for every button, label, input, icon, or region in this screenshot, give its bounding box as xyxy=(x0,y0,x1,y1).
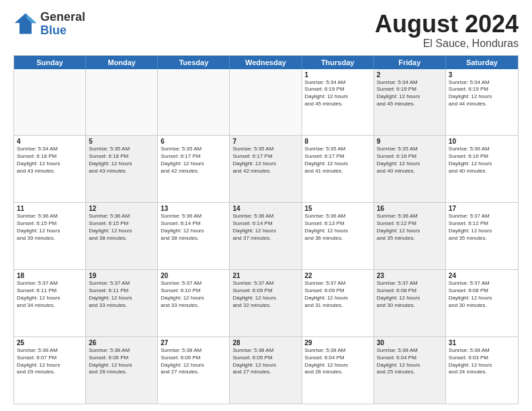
day-number: 26 xyxy=(89,339,154,347)
logo-icon xyxy=(13,12,38,36)
day-info: Sunrise: 5:37 AM Sunset: 6:11 PM Dayligh… xyxy=(89,280,154,309)
header-day-thursday: Thursday xyxy=(302,56,374,69)
day-info: Sunrise: 5:35 AM Sunset: 6:18 PM Dayligh… xyxy=(89,146,154,175)
calendar-body: 1Sunrise: 5:34 AM Sunset: 6:19 PM Daylig… xyxy=(14,69,518,404)
day-number: 6 xyxy=(161,138,226,145)
day-info: Sunrise: 5:37 AM Sunset: 6:12 PM Dayligh… xyxy=(449,213,515,242)
day-cell-20: 20Sunrise: 5:37 AM Sunset: 6:10 PM Dayli… xyxy=(158,270,230,336)
day-number: 30 xyxy=(377,339,443,347)
day-cell-23: 23Sunrise: 5:37 AM Sunset: 6:08 PM Dayli… xyxy=(374,270,446,336)
title-month: August 2024 xyxy=(375,11,519,38)
day-number: 2 xyxy=(377,71,443,79)
day-number: 8 xyxy=(305,138,371,145)
day-cell-22: 22Sunrise: 5:37 AM Sunset: 6:09 PM Dayli… xyxy=(302,270,374,336)
day-cell-2: 2Sunrise: 5:34 AM Sunset: 6:19 PM Daylig… xyxy=(374,69,446,136)
day-cell-8: 8Sunrise: 5:35 AM Sunset: 6:17 PM Daylig… xyxy=(302,136,374,202)
day-cell-29: 29Sunrise: 5:38 AM Sunset: 6:04 PM Dayli… xyxy=(302,337,374,404)
day-info: Sunrise: 5:34 AM Sunset: 6:18 PM Dayligh… xyxy=(17,146,83,175)
day-cell-5: 5Sunrise: 5:35 AM Sunset: 6:18 PM Daylig… xyxy=(86,136,158,202)
day-info: Sunrise: 5:36 AM Sunset: 6:13 PM Dayligh… xyxy=(305,213,371,242)
day-cell-9: 9Sunrise: 5:35 AM Sunset: 6:16 PM Daylig… xyxy=(374,136,446,202)
logo-general-text: General xyxy=(40,11,85,24)
day-info: Sunrise: 5:35 AM Sunset: 6:16 PM Dayligh… xyxy=(377,146,443,175)
day-number: 17 xyxy=(449,205,515,212)
day-number: 12 xyxy=(89,205,154,212)
empty-cell-0-1 xyxy=(86,69,158,136)
day-cell-17: 17Sunrise: 5:37 AM Sunset: 6:12 PM Dayli… xyxy=(446,203,518,269)
calendar-row-1: 4Sunrise: 5:34 AM Sunset: 6:18 PM Daylig… xyxy=(14,136,518,203)
title-location: El Sauce, Honduras xyxy=(375,38,519,50)
empty-cell-0-3 xyxy=(230,69,302,136)
day-info: Sunrise: 5:37 AM Sunset: 6:11 PM Dayligh… xyxy=(17,280,83,309)
title-block: August 2024 El Sauce, Honduras xyxy=(375,11,519,50)
day-info: Sunrise: 5:38 AM Sunset: 6:06 PM Dayligh… xyxy=(89,347,154,376)
day-number: 23 xyxy=(377,272,443,279)
calendar-row-4: 25Sunrise: 5:38 AM Sunset: 6:07 PM Dayli… xyxy=(14,337,518,404)
day-number: 15 xyxy=(305,205,371,212)
day-cell-19: 19Sunrise: 5:37 AM Sunset: 6:11 PM Dayli… xyxy=(86,270,158,336)
day-info: Sunrise: 5:37 AM Sunset: 6:08 PM Dayligh… xyxy=(377,280,443,309)
day-cell-3: 3Sunrise: 5:34 AM Sunset: 6:19 PM Daylig… xyxy=(446,69,518,136)
day-info: Sunrise: 5:37 AM Sunset: 6:08 PM Dayligh… xyxy=(449,280,515,309)
empty-cell-0-0 xyxy=(14,69,86,136)
day-info: Sunrise: 5:35 AM Sunset: 6:17 PM Dayligh… xyxy=(305,146,371,175)
day-cell-1: 1Sunrise: 5:34 AM Sunset: 6:19 PM Daylig… xyxy=(302,69,374,136)
day-cell-14: 14Sunrise: 5:36 AM Sunset: 6:14 PM Dayli… xyxy=(230,203,302,269)
day-number: 21 xyxy=(232,272,298,279)
day-cell-15: 15Sunrise: 5:36 AM Sunset: 6:13 PM Dayli… xyxy=(302,203,374,269)
day-info: Sunrise: 5:35 AM Sunset: 6:17 PM Dayligh… xyxy=(232,146,298,175)
day-info: Sunrise: 5:36 AM Sunset: 6:12 PM Dayligh… xyxy=(377,213,443,242)
day-info: Sunrise: 5:37 AM Sunset: 6:09 PM Dayligh… xyxy=(305,280,371,309)
calendar-header: SundayMondayTuesdayWednesdayThursdayFrid… xyxy=(14,56,518,69)
page: General Blue August 2024 El Sauce, Hondu… xyxy=(0,0,532,411)
day-number: 1 xyxy=(305,71,371,79)
day-info: Sunrise: 5:38 AM Sunset: 6:04 PM Dayligh… xyxy=(305,347,371,376)
day-number: 27 xyxy=(161,339,226,347)
day-cell-26: 26Sunrise: 5:38 AM Sunset: 6:06 PM Dayli… xyxy=(86,337,158,404)
header-day-saturday: Saturday xyxy=(446,56,518,69)
day-number: 13 xyxy=(161,205,226,212)
day-info: Sunrise: 5:36 AM Sunset: 6:16 PM Dayligh… xyxy=(449,146,515,175)
day-number: 7 xyxy=(232,138,298,145)
day-info: Sunrise: 5:38 AM Sunset: 6:03 PM Dayligh… xyxy=(449,347,515,376)
day-number: 28 xyxy=(232,339,298,347)
day-cell-31: 31Sunrise: 5:38 AM Sunset: 6:03 PM Dayli… xyxy=(446,337,518,404)
day-number: 22 xyxy=(305,272,371,279)
day-number: 24 xyxy=(449,272,515,279)
calendar-row-0: 1Sunrise: 5:34 AM Sunset: 6:19 PM Daylig… xyxy=(14,69,518,136)
day-cell-13: 13Sunrise: 5:36 AM Sunset: 6:14 PM Dayli… xyxy=(158,203,230,269)
day-cell-21: 21Sunrise: 5:37 AM Sunset: 6:09 PM Dayli… xyxy=(230,270,302,336)
empty-cell-0-2 xyxy=(158,69,230,136)
day-cell-12: 12Sunrise: 5:36 AM Sunset: 6:15 PM Dayli… xyxy=(86,203,158,269)
calendar: SundayMondayTuesdayWednesdayThursdayFrid… xyxy=(13,55,519,404)
day-info: Sunrise: 5:38 AM Sunset: 6:06 PM Dayligh… xyxy=(161,347,226,376)
day-info: Sunrise: 5:34 AM Sunset: 6:19 PM Dayligh… xyxy=(449,79,515,108)
day-cell-18: 18Sunrise: 5:37 AM Sunset: 6:11 PM Dayli… xyxy=(14,270,86,336)
day-info: Sunrise: 5:36 AM Sunset: 6:14 PM Dayligh… xyxy=(161,213,226,242)
logo-text: General Blue xyxy=(40,11,85,38)
day-cell-11: 11Sunrise: 5:36 AM Sunset: 6:15 PM Dayli… xyxy=(14,203,86,269)
day-number: 16 xyxy=(377,205,443,212)
day-info: Sunrise: 5:37 AM Sunset: 6:10 PM Dayligh… xyxy=(161,280,226,309)
day-number: 29 xyxy=(305,339,371,347)
day-number: 14 xyxy=(232,205,298,212)
day-number: 4 xyxy=(17,138,83,145)
day-info: Sunrise: 5:37 AM Sunset: 6:09 PM Dayligh… xyxy=(232,280,298,309)
day-number: 25 xyxy=(17,339,83,347)
day-number: 10 xyxy=(449,138,515,145)
header: General Blue August 2024 El Sauce, Hondu… xyxy=(13,11,519,50)
day-info: Sunrise: 5:35 AM Sunset: 6:17 PM Dayligh… xyxy=(161,146,226,175)
day-info: Sunrise: 5:36 AM Sunset: 6:15 PM Dayligh… xyxy=(17,213,83,242)
calendar-row-2: 11Sunrise: 5:36 AM Sunset: 6:15 PM Dayli… xyxy=(14,203,518,270)
day-cell-30: 30Sunrise: 5:38 AM Sunset: 6:04 PM Dayli… xyxy=(374,337,446,404)
day-cell-7: 7Sunrise: 5:35 AM Sunset: 6:17 PM Daylig… xyxy=(230,136,302,202)
header-day-sunday: Sunday xyxy=(14,56,86,69)
day-cell-25: 25Sunrise: 5:38 AM Sunset: 6:07 PM Dayli… xyxy=(14,337,86,404)
day-info: Sunrise: 5:36 AM Sunset: 6:14 PM Dayligh… xyxy=(232,213,298,242)
day-number: 31 xyxy=(449,339,515,347)
day-cell-24: 24Sunrise: 5:37 AM Sunset: 6:08 PM Dayli… xyxy=(446,270,518,336)
header-day-monday: Monday xyxy=(86,56,158,69)
day-number: 11 xyxy=(17,205,83,212)
day-info: Sunrise: 5:38 AM Sunset: 6:04 PM Dayligh… xyxy=(377,347,443,376)
day-info: Sunrise: 5:34 AM Sunset: 6:19 PM Dayligh… xyxy=(377,79,443,108)
